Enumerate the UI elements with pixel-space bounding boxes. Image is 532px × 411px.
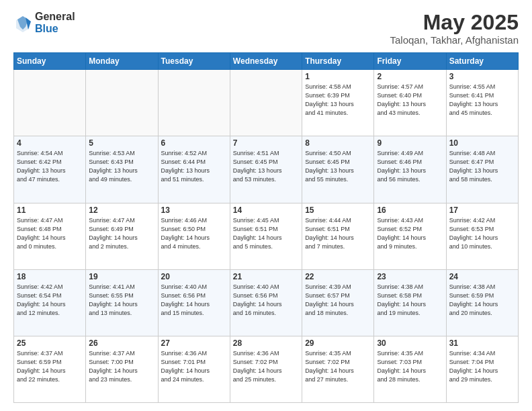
cell-4-5: 30Sunrise: 4:35 AM Sunset: 7:03 PM Dayli… (374, 336, 446, 402)
logo-icon (13, 13, 32, 32)
cell-2-1: 12Sunrise: 4:47 AM Sunset: 6:49 PM Dayli… (86, 203, 158, 269)
day-info-9: Sunrise: 4:49 AM Sunset: 6:46 PM Dayligh… (377, 149, 443, 184)
calendar-table: Sunday Monday Tuesday Wednesday Thursday… (13, 52, 519, 403)
cell-3-2: 20Sunrise: 4:40 AM Sunset: 6:56 PM Dayli… (158, 269, 230, 336)
col-tuesday: Tuesday (158, 53, 230, 70)
day-number-5: 5 (89, 138, 154, 148)
cell-0-4: 1Sunrise: 4:58 AM Sunset: 6:39 PM Daylig… (302, 70, 374, 136)
day-number-4: 4 (17, 138, 83, 148)
header: General Blue May 2025 Taloqan, Takhar, A… (13, 11, 519, 46)
cell-4-4: 29Sunrise: 4:35 AM Sunset: 7:02 PM Dayli… (302, 336, 374, 402)
cell-0-1 (86, 70, 158, 136)
day-info-16: Sunrise: 4:43 AM Sunset: 6:52 PM Dayligh… (377, 216, 443, 251)
cell-2-4: 15Sunrise: 4:44 AM Sunset: 6:51 PM Dayli… (302, 203, 374, 269)
day-number-15: 15 (305, 205, 371, 215)
logo: General Blue (13, 11, 75, 34)
week-row-1: 4Sunrise: 4:54 AM Sunset: 6:42 PM Daylig… (14, 136, 519, 203)
cell-0-0 (14, 70, 86, 136)
cell-2-6: 17Sunrise: 4:42 AM Sunset: 6:53 PM Dayli… (446, 203, 518, 269)
cell-1-0: 4Sunrise: 4:54 AM Sunset: 6:42 PM Daylig… (14, 136, 86, 203)
day-number-25: 25 (17, 338, 83, 348)
col-sunday: Sunday (14, 53, 86, 70)
cell-0-5: 2Sunrise: 4:57 AM Sunset: 6:40 PM Daylig… (374, 70, 446, 136)
cell-0-3 (230, 70, 302, 136)
day-number-24: 24 (449, 272, 515, 281)
day-number-7: 7 (233, 138, 299, 148)
day-info-25: Sunrise: 4:37 AM Sunset: 6:59 PM Dayligh… (17, 349, 83, 384)
week-row-4: 25Sunrise: 4:37 AM Sunset: 6:59 PM Dayli… (14, 336, 519, 402)
day-number-19: 19 (89, 272, 154, 281)
cell-4-1: 26Sunrise: 4:37 AM Sunset: 7:00 PM Dayli… (86, 336, 158, 402)
day-number-27: 27 (161, 338, 227, 348)
day-info-19: Sunrise: 4:41 AM Sunset: 6:55 PM Dayligh… (89, 283, 154, 318)
cell-1-5: 9Sunrise: 4:49 AM Sunset: 6:46 PM Daylig… (374, 136, 446, 203)
cell-3-3: 21Sunrise: 4:40 AM Sunset: 6:56 PM Dayli… (230, 269, 302, 336)
day-info-15: Sunrise: 4:44 AM Sunset: 6:51 PM Dayligh… (305, 216, 371, 251)
day-info-31: Sunrise: 4:34 AM Sunset: 7:04 PM Dayligh… (449, 349, 515, 384)
title-block: May 2025 Taloqan, Takhar, Afghanistan (390, 11, 519, 46)
col-wednesday: Wednesday (230, 53, 302, 70)
day-info-13: Sunrise: 4:46 AM Sunset: 6:50 PM Dayligh… (161, 216, 227, 251)
day-info-22: Sunrise: 4:39 AM Sunset: 6:57 PM Dayligh… (305, 283, 371, 318)
calendar-title: May 2025 (390, 11, 519, 34)
day-number-28: 28 (233, 338, 299, 348)
day-number-11: 11 (17, 205, 83, 215)
page: General Blue May 2025 Taloqan, Takhar, A… (0, 0, 532, 411)
day-number-10: 10 (449, 138, 515, 148)
day-number-13: 13 (161, 205, 227, 215)
day-number-22: 22 (305, 272, 371, 281)
day-info-5: Sunrise: 4:53 AM Sunset: 6:43 PM Dayligh… (89, 149, 154, 184)
day-number-1: 1 (305, 72, 371, 81)
day-info-28: Sunrise: 4:36 AM Sunset: 7:02 PM Dayligh… (233, 349, 299, 384)
week-row-0: 1Sunrise: 4:58 AM Sunset: 6:39 PM Daylig… (14, 70, 519, 136)
day-number-17: 17 (449, 205, 515, 215)
day-info-1: Sunrise: 4:58 AM Sunset: 6:39 PM Dayligh… (305, 83, 371, 118)
day-number-23: 23 (377, 272, 443, 281)
cell-3-4: 22Sunrise: 4:39 AM Sunset: 6:57 PM Dayli… (302, 269, 374, 336)
day-info-24: Sunrise: 4:38 AM Sunset: 6:59 PM Dayligh… (449, 283, 515, 318)
cell-2-5: 16Sunrise: 4:43 AM Sunset: 6:52 PM Dayli… (374, 203, 446, 269)
logo-text: General Blue (35, 11, 75, 34)
day-number-12: 12 (89, 205, 154, 215)
day-info-4: Sunrise: 4:54 AM Sunset: 6:42 PM Dayligh… (17, 149, 83, 184)
day-info-29: Sunrise: 4:35 AM Sunset: 7:02 PM Dayligh… (305, 349, 371, 384)
cell-4-6: 31Sunrise: 4:34 AM Sunset: 7:04 PM Dayli… (446, 336, 518, 402)
day-info-7: Sunrise: 4:51 AM Sunset: 6:45 PM Dayligh… (233, 149, 299, 184)
day-number-3: 3 (449, 72, 515, 81)
header-row: Sunday Monday Tuesday Wednesday Thursday… (14, 53, 519, 70)
day-info-14: Sunrise: 4:45 AM Sunset: 6:51 PM Dayligh… (233, 216, 299, 251)
cell-0-6: 3Sunrise: 4:55 AM Sunset: 6:41 PM Daylig… (446, 70, 518, 136)
day-info-11: Sunrise: 4:47 AM Sunset: 6:48 PM Dayligh… (17, 216, 83, 251)
cell-3-0: 18Sunrise: 4:42 AM Sunset: 6:54 PM Dayli… (14, 269, 86, 336)
day-info-17: Sunrise: 4:42 AM Sunset: 6:53 PM Dayligh… (449, 216, 515, 251)
cell-1-3: 7Sunrise: 4:51 AM Sunset: 6:45 PM Daylig… (230, 136, 302, 203)
day-info-30: Sunrise: 4:35 AM Sunset: 7:03 PM Dayligh… (377, 349, 443, 384)
day-info-20: Sunrise: 4:40 AM Sunset: 6:56 PM Dayligh… (161, 283, 227, 318)
cell-3-5: 23Sunrise: 4:38 AM Sunset: 6:58 PM Dayli… (374, 269, 446, 336)
cell-2-3: 14Sunrise: 4:45 AM Sunset: 6:51 PM Dayli… (230, 203, 302, 269)
cell-0-2 (158, 70, 230, 136)
cell-3-1: 19Sunrise: 4:41 AM Sunset: 6:55 PM Dayli… (86, 269, 158, 336)
cell-1-1: 5Sunrise: 4:53 AM Sunset: 6:43 PM Daylig… (86, 136, 158, 203)
day-number-9: 9 (377, 138, 443, 148)
logo-blue: Blue (35, 23, 75, 35)
day-info-26: Sunrise: 4:37 AM Sunset: 7:00 PM Dayligh… (89, 349, 154, 384)
week-row-2: 11Sunrise: 4:47 AM Sunset: 6:48 PM Dayli… (14, 203, 519, 269)
day-number-16: 16 (377, 205, 443, 215)
cell-3-6: 24Sunrise: 4:38 AM Sunset: 6:59 PM Dayli… (446, 269, 518, 336)
calendar-subtitle: Taloqan, Takhar, Afghanistan (390, 34, 519, 46)
day-number-21: 21 (233, 272, 299, 281)
day-info-18: Sunrise: 4:42 AM Sunset: 6:54 PM Dayligh… (17, 283, 83, 318)
day-info-8: Sunrise: 4:50 AM Sunset: 6:45 PM Dayligh… (305, 149, 371, 184)
day-info-27: Sunrise: 4:36 AM Sunset: 7:01 PM Dayligh… (161, 349, 227, 384)
cell-4-2: 27Sunrise: 4:36 AM Sunset: 7:01 PM Dayli… (158, 336, 230, 402)
day-info-21: Sunrise: 4:40 AM Sunset: 6:56 PM Dayligh… (233, 283, 299, 318)
day-info-2: Sunrise: 4:57 AM Sunset: 6:40 PM Dayligh… (377, 83, 443, 118)
day-number-20: 20 (161, 272, 227, 281)
cell-2-0: 11Sunrise: 4:47 AM Sunset: 6:48 PM Dayli… (14, 203, 86, 269)
day-number-30: 30 (377, 338, 443, 348)
day-number-8: 8 (305, 138, 371, 148)
day-number-14: 14 (233, 205, 299, 215)
day-number-2: 2 (377, 72, 443, 81)
cell-1-6: 10Sunrise: 4:48 AM Sunset: 6:47 PM Dayli… (446, 136, 518, 203)
